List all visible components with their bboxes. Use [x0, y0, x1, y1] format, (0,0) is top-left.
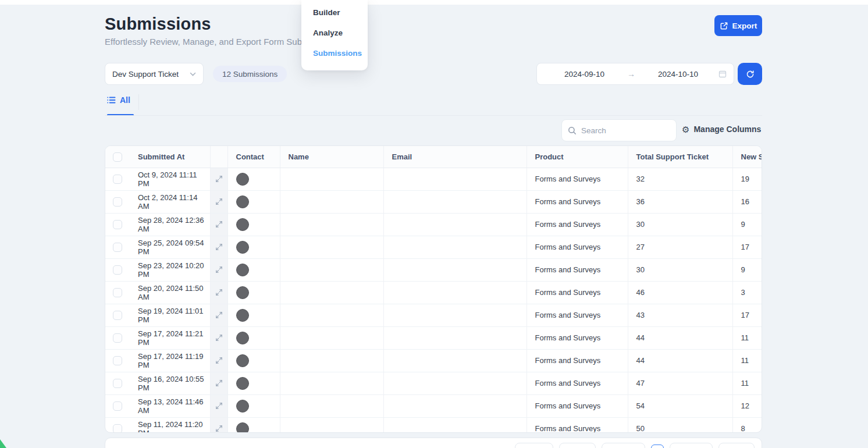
- email-cell: [383, 190, 527, 213]
- row-checkbox[interactable]: [113, 311, 122, 320]
- search-input[interactable]: [581, 126, 670, 135]
- select-all-checkbox[interactable]: [113, 152, 122, 162]
- expand-row-button[interactable]: [211, 327, 227, 349]
- menu-item-analyze[interactable]: Analyze: [301, 23, 368, 43]
- table-row: Oct 2, 2024 11:14 AM Forms and Surveys 3…: [105, 190, 762, 213]
- product-cell: Forms and Surveys: [527, 168, 628, 190]
- new-support-cell: 3: [732, 281, 762, 304]
- form-selector[interactable]: Dev Support Ticket: [105, 63, 204, 85]
- contact-avatar: [236, 218, 249, 231]
- row-checkbox[interactable]: [113, 379, 122, 388]
- export-icon: [720, 22, 728, 30]
- nav-dropdown-menu: BuilderAnalyzeSubmissions: [301, 0, 368, 70]
- expand-row-button[interactable]: [211, 418, 227, 433]
- table-row: Sep 13, 2024 11:46 AM Forms and Surveys …: [105, 394, 762, 417]
- refresh-button[interactable]: [738, 63, 762, 85]
- table-row: Oct 9, 2024 11:11 PM Forms and Surveys 3…: [105, 168, 762, 190]
- row-checkbox[interactable]: [113, 265, 122, 275]
- new-support-cell: 11: [732, 349, 762, 372]
- menu-item-builder[interactable]: Builder: [301, 2, 368, 23]
- search-box[interactable]: [561, 119, 677, 141]
- expand-row-button[interactable]: [211, 191, 227, 213]
- new-support-cell: 9: [732, 258, 762, 281]
- col-email[interactable]: Email: [383, 146, 527, 168]
- new-support-cell: 9: [732, 213, 762, 236]
- contact-avatar: [236, 286, 249, 299]
- current-page-button[interactable]: 1: [651, 445, 664, 448]
- table-row: Sep 20, 2024 11:50 AM Forms and Surveys …: [105, 281, 762, 304]
- new-support-cell: 16: [732, 190, 762, 213]
- expand-row-button[interactable]: [211, 350, 227, 372]
- email-cell: [383, 258, 527, 281]
- table-body: Oct 9, 2024 11:11 PM Forms and Surveys 3…: [105, 168, 762, 433]
- row-checkbox[interactable]: [113, 288, 122, 297]
- tab-divider: [138, 94, 139, 110]
- col-contact[interactable]: Contact: [227, 146, 280, 168]
- col-product[interactable]: Product: [527, 146, 628, 168]
- expand-row-button[interactable]: [211, 214, 227, 236]
- submitted-at-cell: Sep 23, 2024 10:20 PM: [130, 258, 210, 281]
- top-bar-edge: [0, 0, 868, 5]
- form-selector-value: Dev Support Ticket: [112, 70, 190, 79]
- submitted-at-cell: Sep 17, 2024 11:21 PM: [130, 326, 210, 349]
- new-support-cell: 11: [732, 372, 762, 394]
- table-row: Sep 28, 2024 12:36 AM Forms and Surveys …: [105, 213, 762, 236]
- row-checkbox[interactable]: [113, 424, 122, 433]
- expand-row-button[interactable]: [211, 304, 227, 326]
- total-support-ticket-cell: 50: [628, 417, 732, 433]
- row-checkbox[interactable]: [113, 197, 122, 207]
- email-cell: [383, 349, 527, 372]
- col-expand: [210, 146, 227, 168]
- list-icon: [107, 97, 116, 104]
- expand-row-button[interactable]: [211, 372, 227, 394]
- contact-avatar: [236, 309, 249, 322]
- expand-row-button[interactable]: [211, 168, 227, 190]
- manage-columns-button[interactable]: ⚙ Manage Columns: [682, 125, 761, 134]
- total-support-ticket-cell: 27: [628, 236, 732, 258]
- menu-item-submissions[interactable]: Submissions: [301, 43, 368, 63]
- col-name[interactable]: Name: [280, 146, 383, 168]
- expand-row-button[interactable]: [211, 395, 227, 417]
- col-total-support-ticket[interactable]: Total Support Ticket: [628, 146, 732, 168]
- page-size-select[interactable]: 20: [515, 443, 553, 448]
- submitted-at-cell: Sep 11, 2024 11:20 PM: [130, 417, 210, 433]
- row-checkbox[interactable]: [113, 243, 122, 252]
- date-range-picker[interactable]: 2024-09-10 → 2024-10-10: [536, 63, 734, 85]
- row-checkbox[interactable]: [113, 220, 122, 229]
- name-cell: [280, 394, 383, 417]
- name-cell: [280, 417, 383, 433]
- email-cell: [383, 236, 527, 258]
- date-end-input[interactable]: 2024-10-10: [638, 70, 718, 79]
- expand-row-button[interactable]: [211, 259, 227, 281]
- contact-avatar: [236, 377, 249, 390]
- row-checkbox[interactable]: [113, 356, 122, 365]
- first-page-button[interactable]: First: [559, 443, 596, 448]
- expand-row-button[interactable]: [211, 236, 227, 258]
- date-start-input[interactable]: 2024-09-10: [544, 70, 625, 79]
- last-page-button[interactable]: Last: [718, 443, 755, 448]
- col-new-support[interactable]: New Su: [732, 146, 762, 168]
- col-submitted-at[interactable]: Submitted At: [130, 146, 210, 168]
- contact-avatar: [236, 173, 249, 186]
- row-checkbox[interactable]: [113, 175, 122, 184]
- product-cell: Forms and Surveys: [527, 281, 628, 304]
- row-checkbox[interactable]: [113, 333, 122, 343]
- new-support-cell: 12: [732, 394, 762, 417]
- export-button[interactable]: Export: [714, 15, 762, 36]
- next-page-button[interactable]: Next ›: [670, 443, 713, 448]
- table-header-row: Submitted At Contact Name Email Product …: [105, 146, 762, 168]
- submitted-at-cell: Oct 2, 2024 11:14 AM: [130, 190, 210, 213]
- expand-row-button[interactable]: [211, 282, 227, 304]
- table-row: Sep 19, 2024 11:01 PM Forms and Surveys …: [105, 304, 762, 326]
- total-support-ticket-cell: 30: [628, 213, 732, 236]
- tab-all[interactable]: All: [107, 95, 130, 105]
- table-row: Sep 11, 2024 11:20 PM Forms and Surveys …: [105, 417, 762, 433]
- row-checkbox[interactable]: [113, 401, 122, 411]
- total-support-ticket-cell: 36: [628, 190, 732, 213]
- submitted-at-cell: Sep 25, 2024 09:54 PM: [130, 236, 210, 258]
- prev-page-button[interactable]: ‹ Prev: [602, 443, 645, 448]
- submitted-at-cell: Sep 28, 2024 12:36 AM: [130, 213, 210, 236]
- submitted-at-cell: Sep 17, 2024 11:19 PM: [130, 349, 210, 372]
- total-support-ticket-cell: 46: [628, 281, 732, 304]
- email-cell: [383, 372, 527, 394]
